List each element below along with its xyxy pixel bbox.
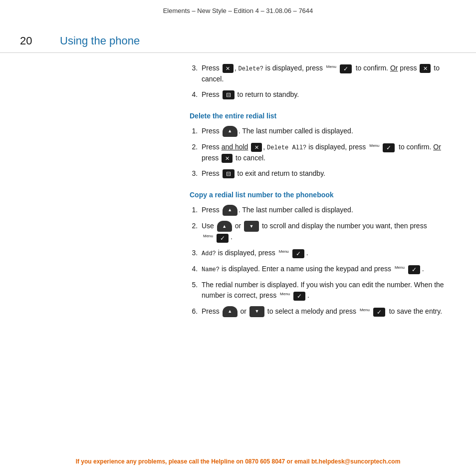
page-header: Elements – New Style – Edition 4 – 31.08… xyxy=(0,0,476,19)
check-button-4: ✓ xyxy=(292,249,304,258)
check-button-7: ✓ xyxy=(373,308,385,317)
list-item: Press ⊟ to return to standby. xyxy=(200,89,456,100)
scroll-down-button-2 xyxy=(249,306,264,317)
check-button-3: ✓ xyxy=(217,234,229,243)
delete-redial-steps: Press . The last number called is displa… xyxy=(190,126,456,179)
check-key-wrap-5: Menu ✓ xyxy=(394,264,421,275)
chapter-title: Using the phone xyxy=(60,34,140,47)
chapter-number: 20 xyxy=(20,34,40,47)
redial-button xyxy=(223,126,238,137)
x-button-3: ✕ xyxy=(251,143,262,152)
header-text: Elements – New Style – Edition 4 – 31.08… xyxy=(163,7,313,14)
footer-text: If you experience any problems, please c… xyxy=(76,458,401,465)
list-item: Press . The last number called is displa… xyxy=(200,126,456,137)
content-area: Press ✕, Delete? is displayed, press Men… xyxy=(0,53,476,332)
check-button-6: ✓ xyxy=(293,292,305,301)
scroll-down-button xyxy=(244,221,259,232)
x-button-2: ✕ xyxy=(420,64,431,73)
redial-button-4 xyxy=(223,306,238,317)
chapter-header: 20 Using the phone xyxy=(0,19,476,53)
list-item: Name? is displayed. Enter a name using t… xyxy=(200,264,456,275)
check-key-wrap-3: Menu ✓ xyxy=(203,232,230,243)
check-button-2: ✓ xyxy=(383,143,395,152)
list-item: Use or to scroll and display the number … xyxy=(200,221,456,243)
redial-button-2 xyxy=(223,205,238,216)
x-button: ✕ xyxy=(223,64,234,73)
check-key-wrap-4: Menu ✓ xyxy=(278,248,305,259)
x-button-4: ✕ xyxy=(222,154,233,163)
intro-steps-list: Press ✕, Delete? is displayed, press Men… xyxy=(190,63,456,100)
check-key-wrap-7: Menu ✓ xyxy=(359,306,386,317)
delete-redial-title: Delete the entire redial list xyxy=(190,112,456,120)
list-item: Press ⊟ to exit and return to standby. xyxy=(200,168,456,179)
check-button-5: ✓ xyxy=(408,265,420,274)
check-key-wrap: Menu ✓ xyxy=(326,63,353,74)
copy-redial-title: Copy a redial list number to the phonebo… xyxy=(190,191,456,199)
check-button: ✓ xyxy=(340,64,352,73)
copy-redial-steps: Press . The last number called is displa… xyxy=(190,205,456,317)
right-content: Press ✕, Delete? is displayed, press Men… xyxy=(185,53,476,332)
list-item: The redial number is displayed. If you w… xyxy=(200,280,456,301)
list-item: Press ✕, Delete? is displayed, press Men… xyxy=(200,63,456,84)
list-item: Press . The last number called is displa… xyxy=(200,205,456,216)
list-item: Add? is displayed, press Menu ✓ . xyxy=(200,248,456,259)
list-item: Press or to select a melody and press Me… xyxy=(200,306,456,317)
page-footer: If you experience any problems, please c… xyxy=(0,451,476,472)
left-margin xyxy=(0,53,185,332)
redial-button-3 xyxy=(217,221,232,232)
check-key-wrap-2: Menu ✓ xyxy=(369,142,396,153)
page-layout: Elements – New Style – Edition 4 – 31.08… xyxy=(0,0,476,332)
check-key-wrap-6: Menu ✓ xyxy=(279,291,306,301)
list-item: Press and hold ✕, Delete All? is display… xyxy=(200,142,456,163)
phone-button: ⊟ xyxy=(223,90,235,99)
phone-button-2: ⊟ xyxy=(223,169,235,178)
